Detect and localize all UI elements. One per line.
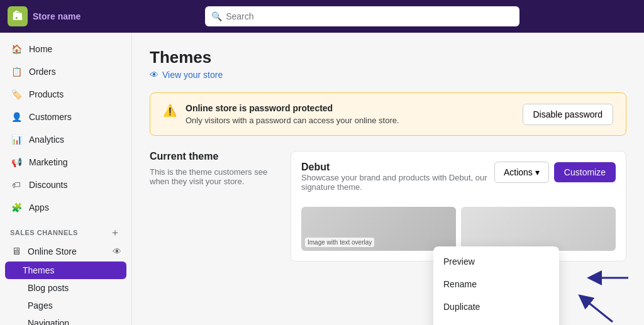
store-name-label: Store name bbox=[33, 11, 80, 21]
actions-dropdown-menu: Preview Rename Duplicate Download theme … bbox=[433, 246, 559, 325]
current-theme-section: Current theme This is the theme customer… bbox=[150, 151, 626, 262]
customize-button[interactable]: Customize bbox=[554, 162, 616, 182]
discounts-icon: 🏷 bbox=[10, 179, 23, 191]
marketing-icon: 📢 bbox=[10, 156, 23, 168]
orders-icon: 📋 bbox=[10, 65, 23, 78]
sidebar-item-marketing[interactable]: 📢 Marketing bbox=[0, 151, 131, 174]
thumb-label-1: Image with text overlay bbox=[305, 238, 374, 247]
sidebar-item-blog-posts[interactable]: Blog posts bbox=[0, 279, 131, 297]
password-banner: ⚠️ Online store is password protected On… bbox=[150, 92, 626, 136]
main-content: Themes 👁 View your store ⚠️ Online store… bbox=[132, 33, 644, 325]
theme-card: Debut Showcase your brand and products w… bbox=[291, 151, 626, 262]
arrow-annotation bbox=[584, 265, 635, 290]
top-navigation: Store name 🔍 bbox=[0, 0, 644, 33]
banner-title: Online store is password protected bbox=[186, 103, 399, 113]
sidebar-item-home[interactable]: 🏠 Home bbox=[0, 38, 131, 60]
sales-channels-title: SALES CHANNELS bbox=[10, 229, 78, 236]
main-layout: 🏠 Home 📋 Orders 🏷️ Products 👤 Customers … bbox=[0, 33, 644, 325]
dropdown-item-download[interactable]: Download theme file bbox=[433, 318, 559, 325]
navigation-label: Navigation bbox=[28, 318, 69, 325]
sidebar: 🏠 Home 📋 Orders 🏷️ Products 👤 Customers … bbox=[0, 33, 132, 325]
sidebar-item-products[interactable]: 🏷️ Products bbox=[0, 83, 131, 106]
analytics-icon: 📊 bbox=[10, 133, 23, 146]
dropdown-item-duplicate[interactable]: Duplicate bbox=[433, 295, 559, 318]
online-store-eye-icon[interactable]: 👁 bbox=[113, 246, 121, 256]
sidebar-item-apps[interactable]: 🧩 Apps bbox=[0, 196, 131, 219]
dropdown-item-preview[interactable]: Preview bbox=[433, 250, 559, 273]
themes-label: Themes bbox=[23, 265, 55, 275]
sidebar-item-analytics-label: Analytics bbox=[29, 135, 64, 145]
logo-area: Store name bbox=[8, 6, 80, 26]
sidebar-item-customers[interactable]: 👤 Customers bbox=[0, 106, 131, 128]
sidebar-item-orders[interactable]: 📋 Orders bbox=[0, 60, 131, 83]
online-store-label: Online Store bbox=[28, 246, 108, 256]
online-store-subnav: Themes Blog posts Pages Navigation Domai… bbox=[0, 262, 131, 325]
current-theme-desc: This is the theme customers see when the… bbox=[150, 167, 275, 186]
theme-thumbnail-1: Image with text overlay bbox=[301, 207, 456, 251]
theme-description: Showcase your brand and products with De… bbox=[301, 173, 494, 192]
sidebar-item-orders-label: Orders bbox=[29, 67, 56, 77]
banner-description: Only visitors with a password can access… bbox=[186, 116, 399, 125]
view-store-label: View your store bbox=[162, 70, 223, 80]
theme-card-header: Debut Showcase your brand and products w… bbox=[301, 162, 616, 199]
actions-label: Actions bbox=[504, 167, 533, 177]
theme-previews: Image with text overlay bbox=[301, 207, 616, 251]
online-store-row[interactable]: 🖥 Online Store 👁 bbox=[0, 241, 131, 262]
sidebar-item-analytics[interactable]: 📊 Analytics bbox=[0, 128, 131, 151]
theme-actions: Actions ▾ Customize bbox=[494, 162, 616, 183]
dropdown-item-rename[interactable]: Rename bbox=[433, 273, 559, 295]
blog-posts-label: Blog posts bbox=[28, 283, 69, 293]
warning-icon: ⚠️ bbox=[163, 104, 177, 118]
sidebar-item-home-label: Home bbox=[29, 44, 52, 54]
current-theme-title: Current theme bbox=[150, 151, 275, 162]
current-theme-description: Current theme This is the theme customer… bbox=[150, 151, 275, 262]
shopify-logo bbox=[8, 6, 28, 26]
view-store-eye-icon: 👁 bbox=[150, 70, 158, 80]
disable-password-button[interactable]: Disable password bbox=[523, 104, 614, 125]
search-icon: 🔍 bbox=[211, 11, 222, 21]
apps-icon: 🧩 bbox=[10, 201, 23, 214]
add-sales-channel-button[interactable]: ＋ bbox=[109, 226, 121, 239]
sidebar-item-themes[interactable]: Themes bbox=[5, 262, 126, 279]
banner-text: Online store is password protected Only … bbox=[186, 103, 399, 125]
theme-name: Debut bbox=[301, 162, 494, 173]
home-icon: 🏠 bbox=[10, 43, 23, 55]
actions-button[interactable]: Actions ▾ bbox=[494, 162, 549, 183]
sidebar-item-discounts[interactable]: 🏷 Discounts bbox=[0, 174, 131, 196]
customers-icon: 👤 bbox=[10, 111, 23, 123]
online-store-icon: 🖥 bbox=[10, 245, 23, 258]
sales-channels-header: SALES CHANNELS ＋ bbox=[0, 219, 131, 241]
sidebar-item-products-label: Products bbox=[29, 89, 64, 99]
arrow-annotation-2 bbox=[575, 294, 625, 325]
sidebar-item-marketing-label: Marketing bbox=[29, 157, 67, 167]
theme-thumbnail-2 bbox=[461, 207, 616, 251]
search-input[interactable] bbox=[226, 11, 513, 21]
sidebar-item-apps-label: Apps bbox=[29, 202, 49, 212]
page-title: Themes bbox=[150, 48, 626, 67]
pages-label: Pages bbox=[28, 300, 53, 311]
svg-line-3 bbox=[581, 297, 613, 322]
products-icon: 🏷️ bbox=[10, 88, 23, 101]
sidebar-item-discounts-label: Discounts bbox=[29, 180, 67, 190]
view-store-link[interactable]: 👁 View your store bbox=[150, 70, 626, 80]
sidebar-item-navigation[interactable]: Navigation bbox=[0, 314, 131, 325]
chevron-down-icon: ▾ bbox=[535, 167, 540, 177]
sidebar-item-customers-label: Customers bbox=[29, 112, 72, 122]
search-bar[interactable]: 🔍 bbox=[205, 6, 519, 26]
sidebar-item-pages[interactable]: Pages bbox=[0, 297, 131, 314]
